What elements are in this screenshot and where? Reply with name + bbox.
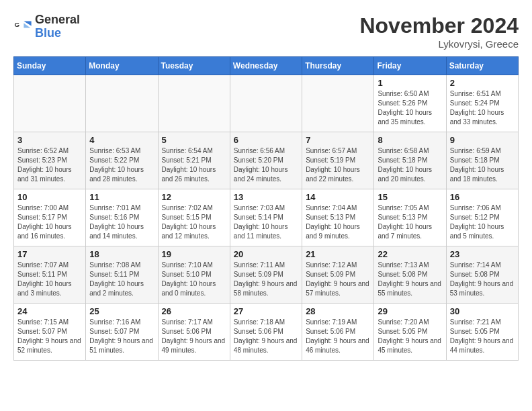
day-info: Sunrise: 7:18 AM Sunset: 5:06 PM Dayligh…: [234, 318, 298, 355]
calendar-cell: 15Sunrise: 7:05 AM Sunset: 5:13 PM Dayli…: [374, 189, 446, 246]
day-number: 20: [234, 249, 298, 259]
calendar-cell: 9Sunrise: 6:59 AM Sunset: 5:18 PM Daylig…: [446, 132, 518, 189]
day-info: Sunrise: 7:16 AM Sunset: 5:07 PM Dayligh…: [89, 318, 154, 355]
day-number: 18: [89, 249, 154, 259]
weekday-header-tuesday: Tuesday: [158, 57, 230, 75]
day-number: 8: [378, 135, 442, 145]
day-info: Sunrise: 6:50 AM Sunset: 5:26 PM Dayligh…: [378, 89, 442, 127]
logo-icon: G: [13, 17, 32, 36]
day-info: Sunrise: 6:57 AM Sunset: 5:19 PM Dayligh…: [306, 146, 370, 184]
day-info: Sunrise: 6:52 AM Sunset: 5:23 PM Dayligh…: [17, 146, 82, 184]
day-info: Sunrise: 7:03 AM Sunset: 5:14 PM Dayligh…: [234, 203, 298, 241]
calendar-cell: 19Sunrise: 7:10 AM Sunset: 5:10 PM Dayli…: [158, 246, 230, 304]
day-info: Sunrise: 6:59 AM Sunset: 5:18 PM Dayligh…: [450, 146, 515, 184]
calendar-cell: 3Sunrise: 6:52 AM Sunset: 5:23 PM Daylig…: [14, 132, 86, 189]
month-title: November 2024: [359, 13, 519, 38]
day-number: 3: [17, 135, 82, 145]
calendar-cell: [86, 75, 158, 132]
day-number: 10: [17, 192, 82, 202]
day-info: Sunrise: 7:10 AM Sunset: 5:10 PM Dayligh…: [162, 261, 226, 298]
calendar-cell: 27Sunrise: 7:18 AM Sunset: 5:06 PM Dayli…: [230, 304, 302, 361]
day-number: 25: [89, 306, 154, 316]
day-number: 30: [450, 306, 515, 316]
day-info: Sunrise: 6:58 AM Sunset: 5:18 PM Dayligh…: [378, 146, 442, 184]
calendar-cell: 4Sunrise: 6:53 AM Sunset: 5:22 PM Daylig…: [86, 132, 158, 189]
weekday-header-monday: Monday: [86, 57, 158, 75]
day-info: Sunrise: 7:07 AM Sunset: 5:11 PM Dayligh…: [17, 261, 82, 298]
calendar-cell: [230, 75, 302, 132]
day-number: 16: [450, 192, 515, 202]
day-number: 21: [306, 249, 370, 259]
day-number: 6: [234, 135, 298, 145]
calendar-cell: 21Sunrise: 7:12 AM Sunset: 5:09 PM Dayli…: [302, 246, 374, 304]
day-info: Sunrise: 7:00 AM Sunset: 5:17 PM Dayligh…: [17, 203, 82, 241]
calendar-cell: 20Sunrise: 7:11 AM Sunset: 5:09 PM Dayli…: [230, 246, 302, 304]
day-info: Sunrise: 7:08 AM Sunset: 5:11 PM Dayligh…: [89, 261, 154, 298]
weekday-header-sunday: Sunday: [14, 57, 86, 75]
day-number: 27: [234, 306, 298, 316]
calendar-cell: 7Sunrise: 6:57 AM Sunset: 5:19 PM Daylig…: [302, 132, 374, 189]
day-info: Sunrise: 7:19 AM Sunset: 5:06 PM Dayligh…: [306, 318, 370, 355]
day-info: Sunrise: 6:56 AM Sunset: 5:20 PM Dayligh…: [234, 146, 298, 184]
day-info: Sunrise: 6:53 AM Sunset: 5:22 PM Dayligh…: [89, 146, 154, 184]
calendar-week-row: 1Sunrise: 6:50 AM Sunset: 5:26 PM Daylig…: [14, 75, 519, 132]
calendar-cell: 8Sunrise: 6:58 AM Sunset: 5:18 PM Daylig…: [374, 132, 446, 189]
calendar-cell: 24Sunrise: 7:15 AM Sunset: 5:07 PM Dayli…: [14, 304, 86, 361]
day-number: 17: [17, 249, 82, 259]
calendar-cell: 16Sunrise: 7:06 AM Sunset: 5:12 PM Dayli…: [446, 189, 518, 246]
calendar-cell: 18Sunrise: 7:08 AM Sunset: 5:11 PM Dayli…: [86, 246, 158, 304]
day-info: Sunrise: 7:02 AM Sunset: 5:15 PM Dayligh…: [162, 203, 226, 241]
day-number: 4: [89, 135, 154, 145]
logo-blue: Blue: [35, 26, 61, 40]
day-number: 24: [17, 306, 82, 316]
day-number: 11: [89, 192, 154, 202]
calendar-cell: 13Sunrise: 7:03 AM Sunset: 5:14 PM Dayli…: [230, 189, 302, 246]
logo-general: General: [35, 13, 80, 26]
day-number: 28: [306, 306, 370, 316]
weekday-header-friday: Friday: [374, 57, 446, 75]
calendar-week-row: 10Sunrise: 7:00 AM Sunset: 5:17 PM Dayli…: [14, 189, 519, 246]
calendar-cell: 14Sunrise: 7:04 AM Sunset: 5:13 PM Dayli…: [302, 189, 374, 246]
day-number: 22: [378, 249, 442, 259]
calendar-cell: 23Sunrise: 7:14 AM Sunset: 5:08 PM Dayli…: [446, 246, 518, 304]
calendar-table: SundayMondayTuesdayWednesdayThursdayFrid…: [13, 56, 519, 361]
day-number: 26: [162, 306, 226, 316]
day-number: 7: [306, 135, 370, 145]
day-info: Sunrise: 7:06 AM Sunset: 5:12 PM Dayligh…: [450, 203, 515, 241]
calendar-cell: 12Sunrise: 7:02 AM Sunset: 5:15 PM Dayli…: [158, 189, 230, 246]
day-number: 19: [162, 249, 226, 259]
calendar-cell: [14, 75, 86, 132]
day-number: 13: [234, 192, 298, 202]
calendar-cell: 1Sunrise: 6:50 AM Sunset: 5:26 PM Daylig…: [374, 75, 446, 132]
day-info: Sunrise: 6:51 AM Sunset: 5:24 PM Dayligh…: [450, 89, 515, 127]
calendar-cell: 29Sunrise: 7:20 AM Sunset: 5:05 PM Dayli…: [374, 304, 446, 361]
page-header: G General Blue November 2024 Lykovrysi, …: [13, 13, 519, 50]
svg-text:G: G: [14, 21, 19, 28]
day-number: 2: [450, 78, 515, 88]
calendar-cell: [158, 75, 230, 132]
calendar-cell: 2Sunrise: 6:51 AM Sunset: 5:24 PM Daylig…: [446, 75, 518, 132]
day-number: 1: [378, 78, 442, 88]
calendar-cell: 17Sunrise: 7:07 AM Sunset: 5:11 PM Dayli…: [14, 246, 86, 304]
day-number: 14: [306, 192, 370, 202]
calendar-week-row: 17Sunrise: 7:07 AM Sunset: 5:11 PM Dayli…: [14, 246, 519, 304]
calendar-cell: 10Sunrise: 7:00 AM Sunset: 5:17 PM Dayli…: [14, 189, 86, 246]
calendar-cell: 28Sunrise: 7:19 AM Sunset: 5:06 PM Dayli…: [302, 304, 374, 361]
calendar-week-row: 3Sunrise: 6:52 AM Sunset: 5:23 PM Daylig…: [14, 132, 519, 189]
calendar-cell: 26Sunrise: 7:17 AM Sunset: 5:06 PM Dayli…: [158, 304, 230, 361]
calendar-cell: 11Sunrise: 7:01 AM Sunset: 5:16 PM Dayli…: [86, 189, 158, 246]
day-info: Sunrise: 7:01 AM Sunset: 5:16 PM Dayligh…: [89, 203, 154, 241]
calendar-cell: 25Sunrise: 7:16 AM Sunset: 5:07 PM Dayli…: [86, 304, 158, 361]
day-number: 9: [450, 135, 515, 145]
day-number: 15: [378, 192, 442, 202]
day-info: Sunrise: 7:14 AM Sunset: 5:08 PM Dayligh…: [450, 261, 515, 298]
calendar-cell: 22Sunrise: 7:13 AM Sunset: 5:08 PM Dayli…: [374, 246, 446, 304]
calendar-cell: 5Sunrise: 6:54 AM Sunset: 5:21 PM Daylig…: [158, 132, 230, 189]
day-info: Sunrise: 7:04 AM Sunset: 5:13 PM Dayligh…: [306, 203, 370, 241]
logo: G General Blue: [13, 13, 80, 40]
calendar-cell: 6Sunrise: 6:56 AM Sunset: 5:20 PM Daylig…: [230, 132, 302, 189]
weekday-header-wednesday: Wednesday: [230, 57, 302, 75]
day-info: Sunrise: 7:17 AM Sunset: 5:06 PM Dayligh…: [162, 318, 226, 355]
day-info: Sunrise: 7:20 AM Sunset: 5:05 PM Dayligh…: [378, 318, 442, 355]
calendar-cell: [302, 75, 374, 132]
